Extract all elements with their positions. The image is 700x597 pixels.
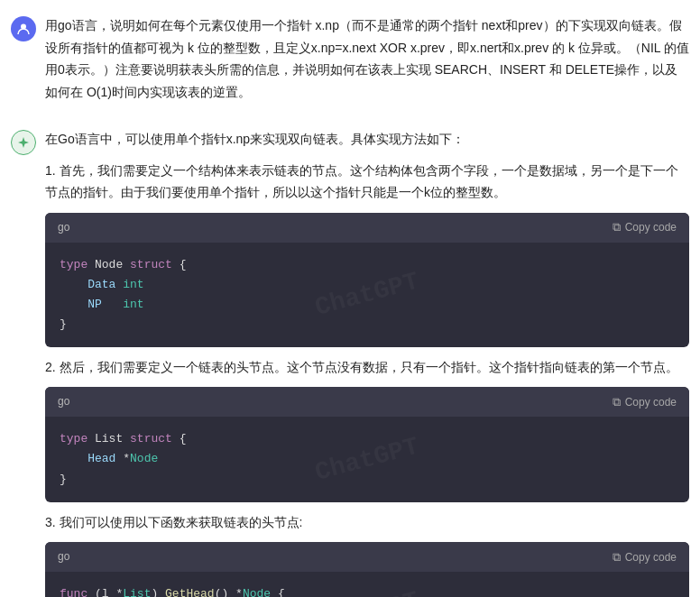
code-header-3: go ⧉ Copy code	[45, 542, 689, 572]
code-body-1: type Node struct { Data int NP int } Cha…	[45, 243, 689, 347]
code-body-3: func (l *List) GetHead() *Node { return …	[45, 572, 689, 597]
ai-message-row: 在Go语言中，可以使用单个指针x.np来实现双向链表。具体实现方法如下： 1. …	[11, 128, 689, 597]
copy-label-3: Copy code	[625, 551, 677, 564]
code-block-3: go ⧉ Copy code func (l *List) GetHead() …	[45, 542, 689, 597]
step-1-text: 1. 首先，我们需要定义一个结构体来表示链表的节点。这个结构体包含两个字段，一个…	[45, 160, 689, 204]
code-line: }	[60, 470, 675, 490]
ai-intro: 在Go语言中，可以使用单个指针x.np来实现双向链表。具体实现方法如下：	[45, 128, 689, 151]
copy-button-1[interactable]: ⧉ Copy code	[612, 220, 677, 234]
code-line: Head *Node	[60, 449, 675, 469]
ai-avatar	[11, 130, 36, 155]
code-line: type Node struct {	[60, 255, 675, 275]
copy-label-2: Copy code	[625, 396, 677, 409]
step-3-text: 3. 我们可以使用以下函数来获取链表的头节点:	[45, 511, 689, 534]
copy-icon-1: ⧉	[612, 220, 621, 234]
user-message-row: 用go语言，说明如何在每个元素仅使用一个指针 x.np（而不是通常的两个指针 n…	[11, 14, 689, 110]
code-line: type List struct {	[60, 429, 675, 449]
code-block-1: go ⧉ Copy code type Node struct { Data i…	[45, 213, 689, 347]
code-line: Data int	[60, 275, 675, 295]
code-line: func (l *List) GetHead() *Node {	[60, 584, 675, 597]
copy-label-1: Copy code	[625, 221, 677, 234]
code-header-2: go ⧉ Copy code	[45, 387, 689, 417]
code-block-2: go ⧉ Copy code type List struct { Head *…	[45, 387, 689, 501]
code-header-1: go ⧉ Copy code	[45, 213, 689, 243]
code-line: NP int	[60, 295, 675, 315]
user-message-text: 用go语言，说明如何在每个元素仅使用一个指针 x.np（而不是通常的两个指针 n…	[45, 14, 689, 103]
user-avatar	[11, 16, 36, 41]
code-lang-3: go	[58, 547, 69, 566]
chat-container: 用go语言，说明如何在每个元素仅使用一个指针 x.np（而不是通常的两个指针 n…	[0, 0, 700, 597]
ai-message-content: 在Go语言中，可以使用单个指针x.np来实现双向链表。具体实现方法如下： 1. …	[45, 128, 689, 597]
copy-button-2[interactable]: ⧉ Copy code	[612, 395, 677, 409]
code-lang-2: go	[58, 392, 69, 411]
copy-button-3[interactable]: ⧉ Copy code	[612, 550, 677, 565]
copy-icon-2: ⧉	[612, 395, 621, 409]
code-lang-1: go	[58, 218, 69, 237]
copy-icon-3: ⧉	[612, 550, 621, 565]
code-body-2: type List struct { Head *Node } ChatGPT	[45, 417, 689, 501]
user-message-content: 用go语言，说明如何在每个元素仅使用一个指针 x.np（而不是通常的两个指针 n…	[45, 14, 689, 110]
step-2-text: 2. 然后，我们需要定义一个链表的头节点。这个节点没有数据，只有一个指针。这个指…	[45, 356, 689, 379]
code-line: }	[60, 315, 675, 335]
